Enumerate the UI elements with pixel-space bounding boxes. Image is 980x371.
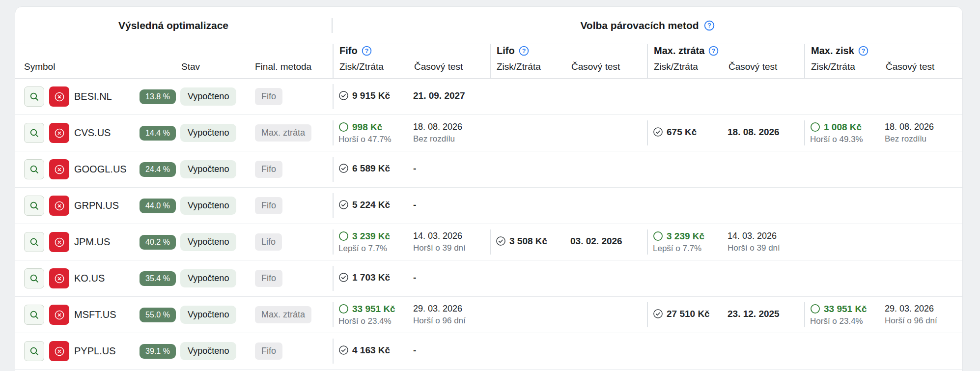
circle-x-icon: [54, 309, 65, 321]
time-test-value: 23. 12. 2025: [728, 309, 804, 319]
empty-circle-icon: [653, 231, 663, 241]
delete-button[interactable]: [49, 196, 69, 216]
max-zisk-cell: [804, 188, 961, 224]
section-title-pairing-methods: Volba párovacích metod: [580, 20, 699, 31]
group-label-lifo: Lifo: [497, 45, 515, 57]
question-circle-icon[interactable]: ?: [704, 20, 715, 31]
final-method-badge: Fifo: [255, 342, 282, 360]
table-body: BESI.NL 13.8 % Vypočteno Fifo 9 915 Kč 2…: [15, 79, 962, 370]
time-test-value: 03. 02. 2026: [570, 236, 647, 247]
time-test-note: Horší o 39 dní: [728, 243, 804, 253]
time-test-value: 18. 08. 2026: [413, 122, 490, 132]
percent-badge: 14.4 %: [140, 126, 176, 141]
delete-button[interactable]: [49, 86, 69, 107]
max-ztrata-cell: 3 239 Kč Lepší o 7.7% 14. 03. 2026 Horší…: [647, 224, 804, 260]
time-test-value: 18. 08. 2026: [728, 127, 804, 138]
profit-value: 3 239 Kč: [352, 231, 390, 242]
max-zisk-cell: [804, 260, 961, 296]
time-test-note: Bez rozdílu: [413, 134, 490, 144]
percent-badge: 13.8 %: [140, 89, 176, 104]
column-header-symbol: Symbol: [15, 61, 138, 78]
final-method-badge: Max. ztráta: [255, 306, 311, 323]
profit-value: 9 915 Kč: [352, 90, 390, 101]
question-circle-icon[interactable]: ?: [362, 46, 372, 56]
subcolumn-casovy-test: Časový test: [571, 61, 620, 72]
fifo-cell: 1 703 Kč -: [333, 260, 490, 296]
fifo-cell: 998 Kč Horší o 47.7% 18. 08. 2026 Bez ro…: [333, 115, 490, 151]
lifo-cell: [490, 333, 647, 369]
column-group-max-ztrata: Max. ztráta ? Zisk/Ztráta Časový test: [647, 44, 804, 78]
search-button[interactable]: [24, 196, 44, 216]
delete-button[interactable]: [49, 232, 69, 252]
status-badge: Vypočteno: [180, 269, 236, 287]
status-badge: Vypočteno: [180, 197, 236, 215]
subcolumn-casovy-test: Časový test: [414, 61, 463, 72]
profit-note: Horší o 47.7%: [338, 135, 413, 144]
question-circle-icon[interactable]: ?: [858, 46, 868, 56]
percent-badge: 55.0 %: [140, 308, 176, 322]
symbol-label: JPM.US: [74, 236, 110, 248]
circle-x-icon: [54, 200, 65, 212]
check-circle-icon: [653, 309, 663, 319]
empty-circle-icon: [338, 304, 349, 314]
question-circle-icon[interactable]: ?: [519, 46, 529, 56]
time-test-note: Bez rozdílu: [885, 134, 961, 144]
subcolumn-zisk: Zisk/Ztráta: [811, 61, 886, 72]
search-button[interactable]: [24, 86, 44, 107]
column-group-max-zisk: Max. zisk ? Zisk/Ztráta Časový test: [804, 44, 961, 78]
fifo-cell: 9 915 Kč 21. 09. 2027: [333, 79, 490, 114]
max-ztrata-cell: [647, 188, 804, 224]
max-ztrata-cell: [647, 260, 804, 296]
search-button[interactable]: [24, 305, 44, 325]
profit-note: Lepší o 7.7%: [653, 244, 728, 254]
search-button[interactable]: [24, 268, 44, 288]
search-icon: [29, 128, 40, 139]
delete-button[interactable]: [49, 123, 69, 143]
max-zisk-cell: 33 951 Kč Horší o 23.4% 29. 03. 2026 Hor…: [804, 297, 961, 333]
circle-x-icon: [54, 127, 65, 139]
time-test-value: 14. 03. 2026: [728, 231, 804, 241]
table-row: CVS.US 14.4 % Vypočteno Max. ztráta 998 …: [15, 115, 962, 151]
time-test-value: -: [413, 272, 490, 283]
final-method-badge: Fifo: [255, 161, 282, 178]
profit-value: 33 951 Kč: [352, 304, 395, 314]
check-circle-icon: [496, 236, 506, 246]
profit-value: 6 589 Kč: [352, 163, 390, 174]
profit-value: 33 951 Kč: [824, 304, 867, 314]
delete-button[interactable]: [49, 341, 69, 361]
final-method-badge: Lifo: [255, 233, 282, 251]
percent-badge: 44.0 %: [140, 199, 176, 213]
delete-button[interactable]: [49, 305, 69, 325]
delete-button[interactable]: [49, 159, 69, 179]
profit-value: 3 508 Kč: [509, 236, 547, 247]
final-method-badge: Fifo: [255, 197, 282, 214]
search-icon: [29, 273, 40, 284]
time-test-note: Horší o 96 dní: [413, 316, 490, 326]
subcolumn-zisk: Zisk/Ztráta: [339, 61, 414, 72]
search-icon: [29, 310, 40, 320]
search-button[interactable]: [24, 123, 44, 143]
svg-text:?: ?: [712, 48, 716, 55]
group-label-max-ztrata: Max. ztráta: [654, 45, 704, 57]
delete-button[interactable]: [49, 268, 69, 288]
search-button[interactable]: [24, 159, 44, 179]
time-test-value: 29. 03. 2026: [885, 304, 961, 314]
status-badge: Vypočteno: [180, 342, 236, 360]
symbol-label: KO.US: [74, 273, 105, 284]
empty-circle-icon: [810, 304, 820, 314]
section-title-optimization: Výsledná optimalizace: [15, 20, 332, 31]
check-circle-icon: [338, 200, 349, 210]
profit-note: Horší o 23.4%: [338, 316, 413, 326]
profit-value: 1 008 Kč: [824, 122, 862, 133]
max-ztrata-cell: [647, 151, 804, 187]
table-row: PYPL.US 39.1 % Vypočteno Fifo 4 163 Kč -: [15, 333, 962, 370]
svg-text:?: ?: [707, 22, 711, 29]
search-button[interactable]: [24, 232, 44, 252]
svg-text:?: ?: [862, 48, 866, 55]
search-button[interactable]: [24, 341, 44, 361]
final-method-badge: Fifo: [255, 88, 282, 105]
time-test-value: -: [413, 200, 490, 210]
profit-value: 27 510 Kč: [667, 309, 710, 319]
fifo-cell: 5 224 Kč -: [333, 188, 490, 224]
question-circle-icon[interactable]: ?: [708, 46, 719, 56]
